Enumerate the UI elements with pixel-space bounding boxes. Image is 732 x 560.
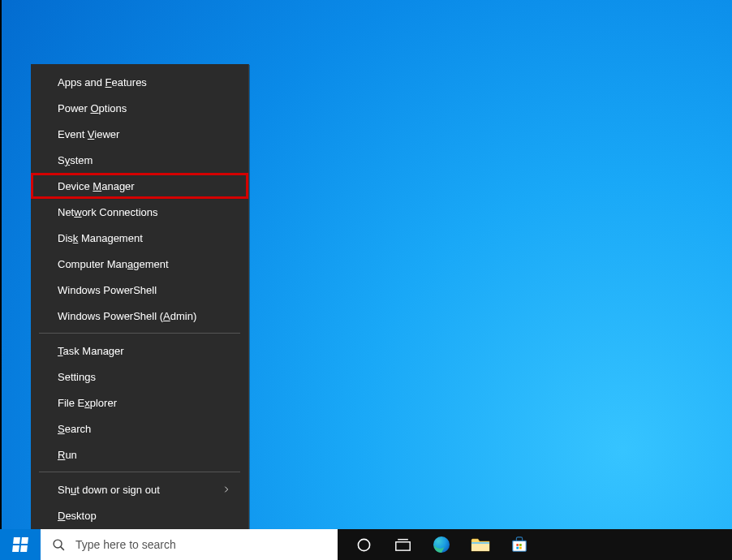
file-explorer-taskbar-icon[interactable] [461, 529, 500, 560]
menu-item-computer-management[interactable]: Computer Management [31, 251, 248, 277]
svg-rect-12 [519, 547, 522, 549]
task-view-icon [395, 538, 411, 551]
menu-item-settings[interactable]: Settings [31, 364, 248, 390]
menu-item-label: Device Manager [58, 180, 135, 192]
chevron-right-icon [222, 485, 230, 493]
menu-item-windows-powershell[interactable]: Windows PowerShell [31, 277, 248, 303]
menu-item-label: Task Manager [58, 345, 124, 357]
menu-item-shut-down-or-sign-out[interactable]: Shut down or sign out [31, 476, 248, 502]
menu-item-label: Event Viewer [58, 128, 119, 140]
microsoft-store-taskbar-icon[interactable] [500, 529, 539, 560]
svg-rect-11 [516, 547, 519, 549]
menu-item-label: Power Options [58, 102, 127, 114]
svg-point-2 [358, 539, 369, 550]
menu-item-label: Network Connections [58, 206, 158, 218]
menu-item-label: Apps and Features [58, 76, 147, 88]
menu-item-label: Settings [58, 371, 96, 383]
folder-icon [471, 536, 490, 553]
menu-item-file-explorer[interactable]: File Explorer [31, 390, 248, 416]
menu-item-event-viewer[interactable]: Event Viewer [31, 121, 248, 147]
search-placeholder: Type here to search [75, 538, 176, 551]
menu-item-label: Windows PowerShell [58, 284, 157, 296]
menu-item-task-manager[interactable]: Task Manager [31, 338, 248, 364]
svg-rect-3 [395, 542, 409, 550]
svg-rect-7 [471, 542, 489, 544]
menu-item-windows-powershell-admin[interactable]: Windows PowerShell (Admin) [31, 303, 248, 329]
svg-line-1 [61, 546, 64, 549]
menu-item-apps-and-features[interactable]: Apps and Features [31, 69, 248, 95]
store-icon [510, 536, 528, 554]
menu-item-label: Disk Management [58, 232, 143, 244]
task-view-button[interactable] [383, 529, 422, 560]
cortana-button[interactable] [344, 529, 383, 560]
edge-icon [432, 535, 451, 554]
menu-item-label: Computer Management [58, 258, 169, 270]
menu-item-network-connections[interactable]: Network Connections [31, 199, 248, 225]
menu-item-label: File Explorer [58, 397, 117, 409]
menu-item-device-manager[interactable]: Device Manager [31, 173, 248, 199]
svg-rect-9 [516, 544, 519, 546]
edge-taskbar-icon[interactable] [422, 529, 461, 560]
menu-item-label: System [58, 154, 93, 166]
menu-item-label: Search [58, 423, 91, 435]
svg-rect-8 [513, 541, 527, 551]
start-button[interactable] [0, 529, 41, 560]
circle-icon [356, 537, 372, 553]
menu-separator [39, 472, 240, 472]
search-icon [52, 538, 66, 552]
menu-item-power-options[interactable]: Power Options [31, 95, 248, 121]
windows-logo-icon [12, 537, 28, 552]
menu-item-run[interactable]: Run [31, 442, 248, 467]
menu-separator [39, 333, 240, 334]
menu-item-system[interactable]: System [31, 147, 248, 173]
menu-item-label: Shut down or sign out [58, 484, 160, 496]
svg-rect-10 [519, 544, 522, 546]
menu-item-label: Windows PowerShell (Admin) [58, 310, 196, 322]
menu-item-disk-management[interactable]: Disk Management [31, 225, 248, 251]
svg-point-0 [54, 540, 62, 548]
winx-context-menu: Apps and FeaturesPower OptionsEvent View… [31, 64, 249, 532]
menu-item-label: Run [58, 449, 77, 461]
menu-item-label: Desktop [58, 510, 97, 522]
menu-item-search[interactable]: Search [31, 416, 248, 442]
taskbar-search[interactable]: Type here to search [41, 529, 338, 560]
taskbar: Type here to search [0, 529, 732, 560]
menu-item-desktop[interactable]: Desktop [31, 502, 248, 528]
